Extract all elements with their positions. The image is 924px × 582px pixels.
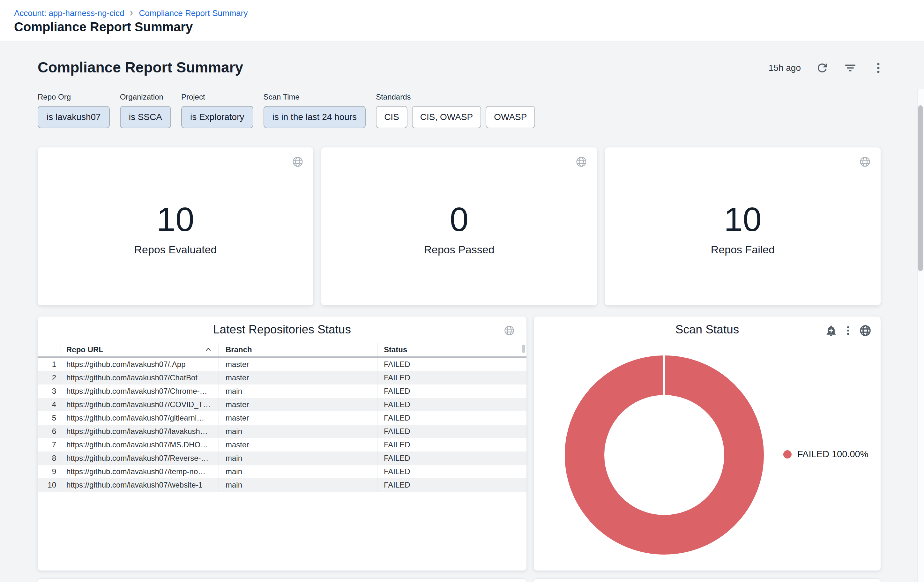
filter-group-repo-org: Repo Org is lavakush07 — [38, 92, 110, 128]
branch-cell: master — [219, 398, 377, 411]
status-cell: FAILED — [377, 371, 526, 384]
table-row[interactable]: 9https://github.com/lavakush07/temp-no…m… — [38, 465, 526, 478]
chart-legend[interactable]: FAILED 100.00% — [783, 449, 868, 460]
table-card-title: Latest Repositories Status — [38, 322, 526, 338]
tile-repos-failed: 10 Repos Failed — [605, 147, 881, 305]
table-row[interactable]: 6https://github.com/lavakush07/lavakush…… — [38, 425, 526, 438]
globe-icon[interactable] — [859, 324, 872, 337]
table-scrollbar-thumb[interactable] — [522, 345, 525, 353]
table-header-row: Repo URL Branch Status — [38, 343, 526, 358]
table-row[interactable]: 5https://github.com/lavakush07/gitlearni… — [38, 411, 526, 425]
more-vert-icon[interactable] — [872, 61, 885, 75]
legend-failed-label: FAILED 100.00% — [797, 449, 868, 460]
breadcrumb-current-link[interactable]: Compliance Report Summary — [139, 8, 248, 18]
second-row: Latest Repositories Status Repo URL Bran… — [38, 317, 881, 570]
filter-icon[interactable] — [843, 61, 857, 75]
globe-icon[interactable] — [292, 156, 304, 168]
table-row[interactable]: 2https://github.com/lavakush07/ChatBotma… — [38, 371, 526, 384]
status-cell: FAILED — [377, 384, 526, 398]
breadcrumb-account-link[interactable]: Account: app-harness-ng-cicd — [14, 8, 124, 18]
filter-group-standards: Standards CISCIS, OWASPOWASP — [376, 92, 535, 128]
row-index: 1 — [38, 358, 61, 371]
status-cell: FAILED — [377, 425, 526, 438]
tile-repos-evaluated: 10 Repos Evaluated — [38, 147, 314, 305]
repo-url-cell: https://github.com/lavakush07/Chrome-… — [61, 384, 219, 398]
tile-repos-passed: 0 Repos Passed — [321, 147, 597, 305]
repo-url-cell: https://github.com/lavakush07/MS.DHO… — [61, 438, 219, 452]
branch-cell: master — [219, 358, 377, 371]
status-cell: FAILED — [377, 438, 526, 452]
status-cell: FAILED — [377, 465, 526, 478]
table-row[interactable]: 7https://github.com/lavakush07/MS.DHO…ma… — [38, 438, 526, 452]
row-index: 10 — [38, 478, 61, 492]
table-row[interactable]: 3https://github.com/lavakush07/Chrome-…m… — [38, 384, 526, 398]
filter-chip-repo-org[interactable]: is lavakush07 — [38, 106, 110, 128]
tile-value: 0 — [321, 198, 597, 240]
table-row[interactable]: 4https://github.com/lavakush07/COVID_T…m… — [38, 398, 526, 411]
filter-group-scan-time: Scan Time is in the last 24 hours — [264, 92, 366, 128]
status-cell: FAILED — [377, 478, 526, 492]
scan-card-actions — [825, 324, 872, 337]
row-index: 5 — [38, 411, 61, 425]
more-vert-icon[interactable] — [842, 325, 854, 336]
filter-chip-project[interactable]: is Exploratory — [181, 106, 253, 128]
table-row[interactable]: 1https://github.com/lavakush07/.Appmaste… — [38, 358, 526, 371]
filter-group-organization: Organization is SSCA — [120, 92, 171, 128]
branch-cell: master — [219, 438, 377, 452]
standards-option-button[interactable]: CIS — [376, 106, 408, 128]
filter-group-project: Project is Exploratory — [181, 92, 253, 128]
globe-icon[interactable] — [503, 325, 515, 336]
legend-failed-swatch — [783, 450, 792, 458]
row-index: 6 — [38, 425, 61, 438]
page-title: Compliance Report Summary — [14, 20, 193, 34]
column-header-label: Repo URL — [66, 345, 103, 354]
column-header-branch[interactable]: Branch — [219, 343, 377, 356]
branch-cell: main — [219, 478, 377, 492]
standards-option-button[interactable]: CIS, OWASP — [412, 106, 481, 128]
filter-chip-organization[interactable]: is SSCA — [120, 106, 171, 128]
filter-label: Organization — [120, 92, 171, 101]
repo-url-cell: https://github.com/lavakush07/gitlearni… — [61, 411, 219, 425]
table-row[interactable]: 10https://github.com/lavakush07/website-… — [38, 478, 526, 492]
refresh-icon[interactable] — [815, 61, 829, 75]
table-row[interactable]: 8https://github.com/lavakush07/Reverse-…… — [38, 452, 526, 465]
top-bar: Account: app-harness-ng-cicd Compliance … — [0, 0, 924, 42]
filter-label: Scan Time — [264, 92, 366, 101]
row-index: 8 — [38, 452, 61, 465]
row-index: 4 — [38, 398, 61, 411]
repo-url-cell: https://github.com/lavakush07/temp-no… — [61, 465, 219, 478]
globe-icon[interactable] — [859, 156, 871, 168]
chevron-right-icon — [128, 10, 135, 16]
row-number-header — [38, 343, 61, 356]
latest-repositories-card: Latest Repositories Status Repo URL Bran… — [38, 317, 526, 570]
last-refresh-timestamp: 15h ago — [769, 63, 801, 73]
globe-icon[interactable] — [575, 156, 587, 168]
next-card-sliver — [534, 579, 881, 582]
status-cell: FAILED — [377, 452, 526, 465]
status-cell: FAILED — [377, 398, 526, 411]
filter-label: Project — [181, 92, 253, 101]
kpi-tiles-row: 10 Repos Evaluated 0 Repos Passed 10 Rep… — [38, 147, 881, 305]
row-index: 7 — [38, 438, 61, 452]
tile-label: Repos Failed — [605, 242, 881, 257]
breadcrumb: Account: app-harness-ng-cicd Compliance … — [14, 8, 248, 18]
tile-label: Repos Passed — [321, 242, 597, 257]
table-body: 1https://github.com/lavakush07/.Appmaste… — [38, 358, 526, 492]
scan-status-donut-chart[interactable] — [553, 343, 776, 567]
status-cell: FAILED — [377, 358, 526, 371]
repo-url-cell: https://github.com/lavakush07/lavakush… — [61, 425, 219, 438]
repo-url-cell: https://github.com/lavakush07/.App — [61, 358, 219, 371]
tile-value: 10 — [38, 198, 314, 240]
tile-value: 10 — [605, 198, 881, 240]
dashboard-controls: 15h ago — [769, 61, 885, 75]
row-index: 2 — [38, 371, 61, 384]
next-card-sliver — [38, 579, 526, 582]
column-header-status[interactable]: Status — [377, 343, 526, 356]
filter-chip-scan-time[interactable]: is in the last 24 hours — [264, 106, 366, 128]
repo-url-cell: https://github.com/lavakush07/ChatBot — [61, 371, 219, 384]
standards-option-button[interactable]: OWASP — [486, 106, 535, 128]
column-header-repo-url[interactable]: Repo URL — [61, 343, 219, 356]
branch-cell: master — [219, 371, 377, 384]
bell-plus-icon[interactable] — [825, 325, 837, 336]
page-scrollbar-thumb[interactable] — [918, 105, 923, 271]
